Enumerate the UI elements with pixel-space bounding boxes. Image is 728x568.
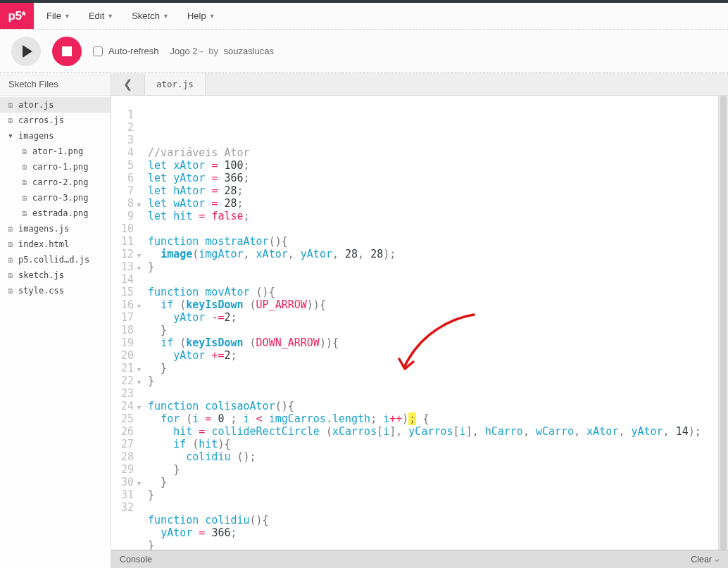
folder-row[interactable]: ▼imagens: [0, 128, 111, 144]
file-icon: 🗎: [7, 287, 14, 295]
p5-logo[interactable]: p5*: [0, 3, 34, 29]
line-number: 21▼: [121, 362, 134, 374]
autorefresh-toggle[interactable]: Auto-refresh: [93, 46, 159, 56]
code-line[interactable]: function movAtor (){: [148, 286, 701, 298]
file-name: imagens.js: [18, 224, 69, 234]
editor-scrollbar[interactable]: [718, 96, 728, 550]
code-line[interactable]: [148, 222, 701, 235]
file-name: carros.js: [18, 115, 64, 125]
file-icon: 🗎: [7, 272, 14, 279]
code-line[interactable]: yAtor +=2;: [148, 349, 701, 362]
code-line[interactable]: [148, 387, 701, 400]
menu-sketch[interactable]: Sketch▼: [132, 11, 169, 21]
code-line[interactable]: let hit = false;: [148, 210, 701, 222]
file-row[interactable]: 🗎sketch.js: [0, 267, 111, 283]
toolbar: Auto-refresh Jogo 2 - by souzaslucas: [0, 30, 728, 73]
file-row[interactable]: 🗎p5.collid…d.js: [0, 252, 111, 267]
code-line[interactable]: if (keyIsDown (UP_ARROW)){: [148, 298, 701, 311]
code-line[interactable]: }: [148, 260, 701, 273]
console-bar[interactable]: Console Clear ⌵: [111, 550, 728, 568]
file-row[interactable]: 🗎imagens.js: [0, 221, 111, 236]
line-number: 13▼: [121, 260, 134, 273]
file-row[interactable]: 🗎carro-3.png: [0, 190, 111, 206]
code-line[interactable]: }: [148, 539, 701, 550]
line-number: 30▼: [121, 476, 134, 488]
file-icon: 🗎: [7, 101, 14, 109]
file-name: carro-1.png: [32, 162, 88, 172]
file-name: imagens: [18, 131, 54, 141]
file-name: ator.js: [18, 100, 54, 110]
play-button[interactable]: [11, 37, 41, 66]
file-icon: 🗎: [21, 179, 28, 187]
line-number: 1: [121, 108, 134, 121]
code-line[interactable]: }: [148, 488, 701, 501]
project-name[interactable]: Jogo 2 -: [170, 46, 203, 56]
code-content[interactable]: //variáveis Atorlet xAtor = 100;let yAto…: [138, 108, 701, 550]
line-number: 28: [121, 450, 134, 463]
code-line[interactable]: image(imgAtor, xAtor, yAtor, 28, 28);: [148, 248, 701, 260]
code-line[interactable]: [148, 501, 701, 514]
file-row[interactable]: 🗎ator-1.png: [0, 144, 111, 159]
file-row[interactable]: 🗎index.html: [0, 236, 111, 252]
line-gutter: 12345678▼9101112▼13▼141516▼1718192021▼22…: [111, 108, 138, 550]
code-line[interactable]: let xAtor = 100;: [148, 159, 701, 172]
code-line[interactable]: hit = collideRectCircle (xCarros[i], yCa…: [148, 425, 701, 438]
file-name: ator-1.png: [32, 146, 83, 156]
tab-strip: ❮ ator.js: [111, 73, 728, 96]
code-line[interactable]: }: [148, 362, 701, 374]
code-line[interactable]: if (hit){: [148, 438, 701, 450]
code-line[interactable]: if (keyIsDown (DOWN_ARROW)){: [148, 336, 701, 349]
code-line[interactable]: colidiu ();: [148, 450, 701, 463]
line-number: 25: [121, 412, 134, 425]
code-line[interactable]: function colidiu(){: [148, 514, 701, 526]
file-row[interactable]: 🗎carro-1.png: [0, 159, 111, 175]
code-line[interactable]: [148, 273, 701, 286]
sidebar-header: Sketch Files: [0, 73, 111, 96]
chevron-down-icon: ▼: [64, 13, 70, 20]
file-icon: 🗎: [21, 148, 28, 156]
code-line[interactable]: function mostraAtor(){: [148, 235, 701, 248]
menu-file[interactable]: File▼: [46, 11, 70, 21]
menu-items: File▼Edit▼Sketch▼Help▼: [34, 3, 215, 29]
code-line[interactable]: let hAtor = 28;: [148, 184, 701, 197]
code-line[interactable]: for (i = 0 ; i < imgCarros.length; i++);…: [148, 412, 701, 425]
console-label: Console: [120, 555, 152, 564]
line-number: 20: [121, 349, 134, 362]
line-number: 2: [121, 121, 134, 134]
collapse-sidebar-button[interactable]: ❮: [111, 73, 145, 95]
project-info: Jogo 2 - by souzaslucas: [170, 46, 275, 56]
line-number: 10: [121, 222, 134, 235]
by-label: by: [208, 46, 218, 56]
console-clear-button[interactable]: Clear ⌵: [691, 555, 720, 564]
line-number: 14: [121, 273, 134, 286]
code-editor[interactable]: 12345678▼9101112▼13▼141516▼1718192021▼22…: [111, 96, 728, 550]
line-number: 5: [121, 159, 134, 172]
code-line[interactable]: function colisaoAtor(){: [148, 400, 701, 412]
file-name: sketch.js: [18, 270, 64, 280]
menu-help[interactable]: Help▼: [187, 11, 215, 21]
code-line[interactable]: }: [148, 463, 701, 476]
file-row[interactable]: 🗎carros.js: [0, 113, 111, 128]
file-name: estrada.png: [32, 208, 88, 218]
menu-edit[interactable]: Edit▼: [89, 11, 113, 21]
code-line[interactable]: let yAtor = 366;: [148, 172, 701, 184]
main-area: Sketch Files 🗎ator.js🗎carros.js▼imagens🗎…: [0, 73, 728, 568]
file-row[interactable]: 🗎ator.js: [0, 97, 111, 113]
author-link[interactable]: souzaslucas: [224, 46, 275, 56]
code-line[interactable]: let wAtor = 28;: [148, 197, 701, 210]
file-row[interactable]: 🗎carro-2.png: [0, 175, 111, 190]
chevron-down-icon: ⌵: [715, 555, 720, 564]
file-row[interactable]: 🗎style.css: [0, 283, 111, 298]
code-line[interactable]: yAtor = 366;: [148, 526, 701, 539]
chevron-down-icon: ▼: [209, 13, 215, 20]
line-number: 3: [121, 134, 134, 146]
file-row[interactable]: 🗎estrada.png: [0, 206, 111, 221]
stop-button[interactable]: [52, 37, 82, 66]
tab-current-file[interactable]: ator.js: [145, 73, 206, 95]
code-line[interactable]: yAtor -=2;: [148, 311, 701, 324]
code-line[interactable]: //variáveis Ator: [148, 146, 701, 159]
code-line[interactable]: }: [148, 324, 701, 336]
scrollbar-thumb[interactable]: [720, 96, 727, 550]
code-line[interactable]: }: [148, 374, 701, 387]
code-line[interactable]: }: [148, 476, 701, 488]
